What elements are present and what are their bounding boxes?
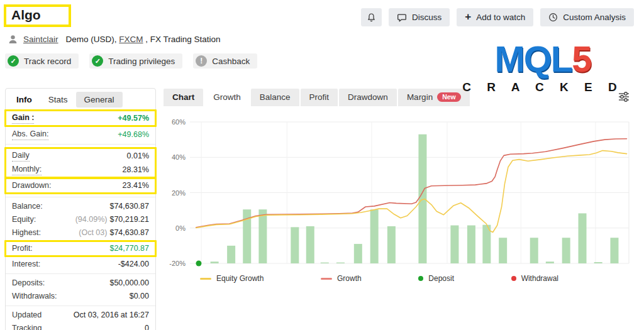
stat-row-equity: Equity: (94.09%)$70,219.21 (6, 213, 155, 226)
signal-info-panel: Info Stats General Gain : +49.57% Abs. G… (5, 88, 156, 330)
notifications-button[interactable] (361, 8, 382, 26)
divider (6, 305, 155, 306)
divider (6, 144, 155, 145)
tab-chart[interactable]: Chart (164, 89, 203, 106)
badge-track-record: ✓ Track record (5, 53, 79, 69)
stat-row-balance: Balance: $74,630.87 (6, 200, 155, 213)
growth-chart[interactable]: 60%40%20%0%-20%Aug 16, '16Aug 29, '16Sep… (164, 109, 634, 268)
profit-highlight-box: Profit: $24,770.87 (4, 240, 157, 257)
stat-row-deposits: Deposits: $50,000.00 (6, 277, 155, 290)
deposit-swatch (418, 276, 423, 281)
signal-page: Algo Discuss + Add to watch Custom Analy… (0, 0, 644, 330)
account-description: Demo (USD), FXCM , FX Trading Station (66, 35, 221, 44)
gain-highlight-box: Gain : +49.57% (4, 109, 157, 127)
stat-row-profit: Profit: $24,770.87 (6, 242, 155, 255)
equity-growth-swatch (200, 278, 211, 280)
legend-equity-growth: Equity Growth (200, 274, 264, 283)
exclamation-icon: ! (196, 55, 207, 67)
custom-analysis-label: Custom Analysis (563, 13, 626, 22)
badge-trading-privileges: ✓ Trading privileges (89, 53, 182, 69)
tab-balance[interactable]: Balance (251, 89, 299, 106)
plus-icon: + (465, 11, 471, 22)
new-badge: New (437, 92, 461, 102)
divider (6, 273, 155, 274)
svg-text:40%: 40% (172, 153, 186, 161)
chart-settings-icon[interactable] (618, 91, 630, 106)
stat-row-tracking: Tracking 0 (6, 322, 155, 330)
stat-row-drawdown: Drawdown: 23.41% (6, 179, 155, 192)
check-icon: ✓ (92, 55, 103, 67)
chart-tabs: Chart Growth Balance Profit Drawdown Mar… (164, 88, 634, 107)
info-panel-tabs: Info Stats General (6, 89, 155, 109)
divider (6, 197, 155, 197)
bell-icon (367, 13, 376, 23)
tab-profit[interactable]: Profit (301, 89, 338, 106)
stat-row-gain: Gain : +49.57% (6, 111, 155, 125)
chart-legend: Equity Growth Growth Deposit Withdrawal (164, 268, 634, 283)
tab-stats[interactable]: Stats (40, 92, 76, 107)
account-info-row: Saintclair Demo (USD), FXCM , FX Trading… (8, 34, 221, 45)
user-avatar-icon (8, 34, 18, 45)
verification-badges: ✓ Track record ✓ Trading privileges ! Ca… (5, 53, 257, 69)
tab-margin[interactable]: MarginNew (398, 89, 470, 106)
author-link[interactable]: Saintclair (23, 35, 58, 44)
stat-row-updated: Updated Oct 03, 2016 at 16:27 (6, 309, 155, 322)
page-title: Algo (11, 8, 41, 23)
tab-growth[interactable]: Growth (204, 89, 250, 106)
svg-text:20%: 20% (172, 189, 186, 197)
withdrawal-swatch (511, 276, 516, 281)
tab-info[interactable]: Info (8, 92, 40, 107)
stat-row-daily: Daily 0.01% (6, 149, 155, 163)
mql5-cracked-watermark: MQL5 C R A C K E D (458, 40, 628, 94)
legend-growth: Growth (321, 274, 362, 283)
growth-swatch (321, 278, 332, 280)
legend-withdrawal: Withdrawal (511, 274, 558, 283)
tab-drawdown[interactable]: Drawdown (339, 89, 397, 106)
drawdown-highlight-box: Drawdown: 23.41% (4, 177, 157, 194)
speech-bubble-icon (397, 13, 407, 23)
svg-text:60%: 60% (172, 118, 186, 126)
stat-row-interest: Interest: -$424.00 (6, 258, 155, 271)
discuss-label: Discuss (412, 13, 441, 22)
title-highlight-box: Algo (4, 4, 71, 27)
discuss-button[interactable]: Discuss (389, 8, 450, 26)
add-to-watch-label: Add to watch (476, 13, 525, 22)
legend-deposit: Deposit (418, 274, 454, 283)
custom-analysis-button[interactable]: Custom Analysis (540, 8, 634, 26)
stat-row-abs-gain: Abs. Gain: +49.68% (6, 128, 155, 141)
stat-row-withdrawals: Withdrawals: $0.00 (6, 290, 155, 303)
chart-panel: Chart Growth Balance Profit Drawdown Mar… (164, 88, 634, 283)
daily-monthly-highlight-box: Daily 0.01% Monthly: 28.31% (4, 147, 157, 179)
stat-row-highest: Highest: (Oct 03)$74,630.87 (6, 226, 155, 239)
add-to-watch-button[interactable]: + Add to watch (457, 8, 533, 26)
svg-text:0%: 0% (175, 224, 186, 232)
svg-text:-20%: -20% (169, 260, 186, 267)
stat-row-monthly: Monthly: 28.31% (6, 163, 155, 177)
header-actions: Discuss + Add to watch Custom Analysis (361, 8, 634, 26)
mql5-logo: MQL5 (458, 40, 628, 78)
tab-general[interactable]: General (76, 92, 123, 107)
growth-chart-svg: 60%40%20%0%-20%Aug 16, '16Aug 29, '16Sep… (164, 109, 634, 268)
badge-cashback: ! Cashback (193, 53, 257, 69)
check-icon: ✓ (8, 55, 19, 67)
broker-link[interactable]: FXCM (119, 35, 143, 44)
clock-icon (548, 13, 558, 22)
